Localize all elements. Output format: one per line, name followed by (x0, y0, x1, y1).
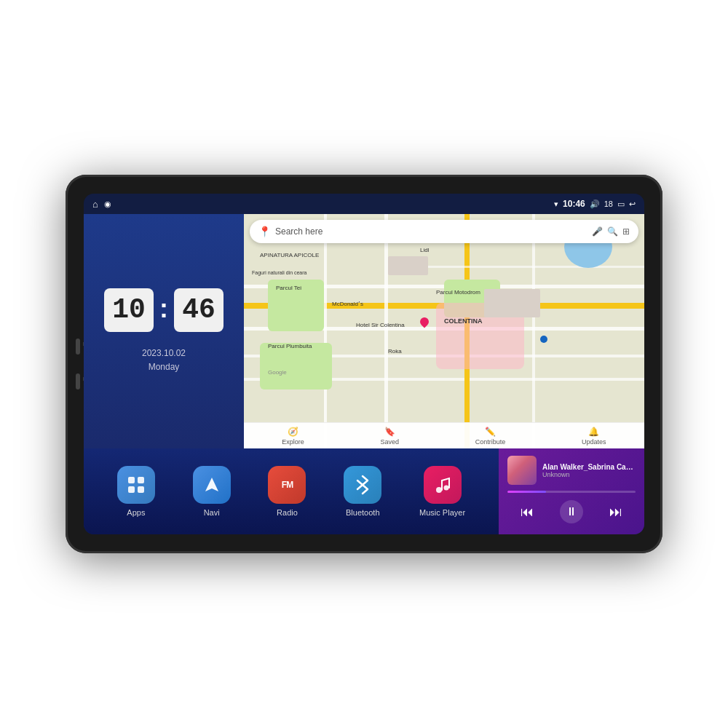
clock-colon: : (159, 293, 168, 324)
mic-button[interactable] (76, 339, 80, 355)
contribute-icon: ✏️ (485, 427, 496, 437)
map-widget[interactable]: APINATURA APICOLE Lidl Garajul lui Mortu… (244, 214, 644, 448)
map-label-mcdonalds: McDonaldʼs (332, 301, 363, 307)
map-nav-updates[interactable]: 🔔 Updates (582, 427, 606, 446)
clock-date: 2023.10.02 Monday (142, 347, 186, 374)
svg-rect-1 (138, 477, 144, 483)
lens-icon[interactable]: 🔍 (607, 226, 618, 237)
back-icon[interactable]: ↩ (629, 199, 636, 209)
svg-point-4 (436, 487, 442, 493)
updates-icon: 🔔 (588, 427, 599, 437)
app-item-apps[interactable]: Apps (117, 466, 155, 517)
contribute-label: Contribute (475, 438, 506, 446)
map-nav-saved[interactable]: 🔖 Saved (381, 427, 400, 446)
wifi-icon: ▾ (554, 199, 558, 209)
map-label-motodrom: Parcul Motodrom (436, 289, 480, 296)
screen-bezel: ⌂ ◉ ▾ 10:46 🔊 18 ▭ ↩ (84, 194, 644, 534)
music-controls: ⏮ ⏸ ⏭ (507, 500, 636, 523)
status-left: ⌂ ◉ (92, 199, 111, 210)
map-label-hotel: Hotel Sir Colentina (356, 322, 405, 328)
layers-icon[interactable]: ⊞ (622, 226, 630, 237)
rst-button[interactable] (76, 373, 80, 389)
apps-label: Apps (127, 508, 145, 517)
bluetooth-icon-bg (344, 466, 381, 504)
saved-label: Saved (381, 438, 400, 446)
map-label-google: Google (268, 369, 287, 376)
next-button[interactable]: ⏭ (609, 505, 622, 520)
svg-rect-2 (128, 486, 135, 493)
map-search-placeholder: Search here (275, 226, 587, 237)
music-progress-bar (507, 491, 636, 493)
status-right: ▾ 10:46 🔊 18 ▭ ↩ (554, 199, 636, 209)
map-label-tei: Parcul Tei (276, 285, 301, 291)
nav-icon[interactable]: ◉ (104, 199, 111, 209)
map-bottom-bar: 🧭 Explore 🔖 Saved ✏️ Contribute (244, 422, 644, 448)
google-maps-icon: 📍 (258, 226, 271, 237)
explore-label: Explore (282, 438, 304, 446)
car-head-unit: MIC RST ⌂ ◉ ▾ 10:46 🔊 18 ▭ ↩ (66, 175, 662, 553)
map-label-apinatura: APINATURA APICOLE (260, 252, 319, 258)
app-item-radio[interactable]: FM Radio (268, 466, 306, 517)
map-label-lidl: Lidl (420, 247, 429, 253)
map-search-actions: 🎤 🔍 ⊞ (592, 226, 630, 237)
music-thumbnail (507, 456, 537, 485)
updates-label: Updates (582, 438, 606, 446)
bluetooth-label: Bluetooth (346, 508, 379, 517)
music-widget: Alan Walker_Sabrina Carpenter_F... Unkno… (499, 448, 644, 534)
radio-label: Radio (277, 508, 298, 517)
app-item-bluetooth[interactable]: Bluetooth (344, 466, 381, 517)
svg-rect-0 (128, 477, 135, 483)
screen: ⌂ ◉ ▾ 10:46 🔊 18 ▭ ↩ (84, 194, 644, 534)
music-info: Alan Walker_Sabrina Carpenter_F... Unkno… (507, 456, 636, 485)
music-artist: Unknown (542, 471, 636, 478)
side-buttons: MIC RST (76, 339, 80, 389)
music-progress-fill (507, 491, 546, 493)
navi-label: Navi (204, 508, 220, 517)
svg-rect-3 (138, 486, 144, 493)
play-pause-button[interactable]: ⏸ (560, 500, 583, 523)
navi-icon (193, 466, 231, 504)
volume-icon: 🔊 (590, 199, 600, 209)
map-label-roka: Roka (388, 348, 402, 355)
music-thumb-image (507, 456, 537, 485)
clock-widget: 10 : 46 2023.10.02 Monday (84, 214, 244, 448)
music-icon-bg (424, 466, 462, 504)
svg-point-5 (443, 486, 448, 491)
top-section: 10 : 46 2023.10.02 Monday (84, 214, 644, 448)
app-item-music[interactable]: Music Player (419, 466, 465, 517)
radio-icon: FM (268, 466, 306, 504)
status-time: 10:46 (563, 199, 585, 209)
map-pin-blue (540, 336, 547, 343)
map-background: APINATURA APICOLE Lidl Garajul lui Mortu… (244, 214, 644, 448)
mic-search-icon[interactable]: 🎤 (592, 226, 603, 237)
app-dock: Apps Navi FM (84, 448, 499, 534)
home-icon[interactable]: ⌂ (92, 199, 98, 210)
map-label-faguri: Faguri naturali din ceara (252, 270, 307, 275)
prev-button[interactable]: ⏮ (521, 505, 534, 520)
apps-icon (117, 466, 155, 504)
battery-icon: ▭ (617, 199, 625, 209)
clock-hours: 10 (104, 288, 154, 332)
map-nav-explore[interactable]: 🧭 Explore (282, 427, 304, 446)
music-player-label: Music Player (419, 508, 465, 517)
main-content: 10 : 46 2023.10.02 Monday (84, 214, 644, 534)
map-nav-contribute[interactable]: ✏️ Contribute (475, 427, 506, 446)
saved-icon: 🔖 (384, 427, 395, 437)
music-text: Alan Walker_Sabrina Carpenter_F... Unkno… (542, 463, 636, 478)
status-bar: ⌂ ◉ ▾ 10:46 🔊 18 ▭ ↩ (84, 194, 644, 214)
app-item-navi[interactable]: Navi (193, 466, 231, 517)
clock-minutes: 46 (174, 288, 223, 332)
bottom-section: Apps Navi FM (84, 448, 644, 534)
explore-icon: 🧭 (288, 427, 298, 437)
clock-display: 10 : 46 (104, 288, 223, 332)
map-search-bar[interactable]: 📍 Search here 🎤 🔍 ⊞ (250, 220, 638, 243)
music-title: Alan Walker_Sabrina Carpenter_F... (542, 463, 636, 471)
map-label-colentina: COLENTINA (444, 317, 483, 325)
battery-level: 18 (604, 199, 613, 208)
map-label-plumbuita: Parcul Plumbuita (268, 343, 312, 349)
